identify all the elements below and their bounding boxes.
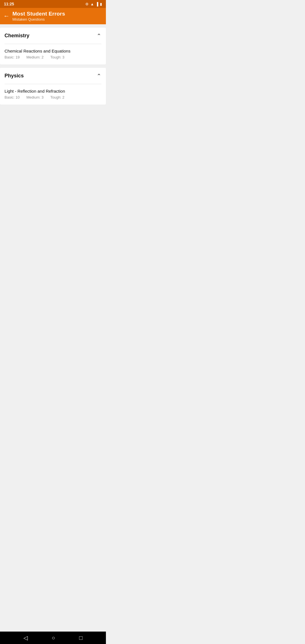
chemistry-tough-stat: Tough: 3 <box>50 55 64 59</box>
chemistry-topic-stats: Basic: 19 Medium: 2 Tough: 3 <box>5 55 101 59</box>
page-subtitle: Mistaken Questions <box>12 17 65 21</box>
battery-icon: ▮ <box>100 2 102 6</box>
chemistry-topic-row[interactable]: Chemical Reactions and Equations Basic: … <box>0 44 106 64</box>
status-bar: 11:25 ⚙ ▲ ▐ ▮ <box>0 0 106 8</box>
physics-topic-name: Light - Reflection and Refraction <box>5 89 101 93</box>
wifi-icon: ▲ <box>90 2 94 6</box>
nav-back-button[interactable]: ◁ <box>23 634 28 641</box>
chemistry-chevron-icon: ⌃ <box>97 33 101 39</box>
physics-chevron-icon: ⌃ <box>97 73 101 79</box>
physics-header[interactable]: Physics ⌃ <box>0 68 106 84</box>
physics-topic-stats: Basic: 10 Medium: 3 Tough: 2 <box>5 95 101 99</box>
nav-recent-button[interactable]: □ <box>79 635 82 641</box>
toolbar: ← Most Student Errors Mistaken Questions <box>0 8 106 24</box>
content-area: Chemistry ⌃ Chemical Reactions and Equat… <box>0 24 106 632</box>
signal-icon: ▐ <box>96 2 98 6</box>
status-time: 11:25 <box>4 2 14 6</box>
page-title: Most Student Errors <box>12 11 65 17</box>
physics-card: Physics ⌃ Light - Reflection and Refract… <box>0 68 106 105</box>
chemistry-header[interactable]: Chemistry ⌃ <box>0 28 106 44</box>
physics-topic-row[interactable]: Light - Reflection and Refraction Basic:… <box>0 84 106 105</box>
nav-home-button[interactable]: ○ <box>52 635 55 641</box>
chemistry-basic-stat: Basic: 19 <box>5 55 19 59</box>
physics-title: Physics <box>5 73 24 79</box>
chemistry-card: Chemistry ⌃ Chemical Reactions and Equat… <box>0 28 106 64</box>
status-icons: ⚙ ▲ ▐ ▮ <box>85 2 102 6</box>
chemistry-title: Chemistry <box>5 33 29 39</box>
toolbar-text: Most Student Errors Mistaken Questions <box>12 11 65 21</box>
physics-basic-stat: Basic: 10 <box>5 95 19 99</box>
physics-medium-stat: Medium: 3 <box>26 95 43 99</box>
bottom-nav: ◁ ○ □ <box>0 632 106 644</box>
chemistry-topic-name: Chemical Reactions and Equations <box>5 49 101 53</box>
back-button[interactable]: ← <box>3 13 10 19</box>
chemistry-medium-stat: Medium: 2 <box>26 55 43 59</box>
settings-icon: ⚙ <box>85 2 89 6</box>
physics-tough-stat: Tough: 2 <box>50 95 64 99</box>
